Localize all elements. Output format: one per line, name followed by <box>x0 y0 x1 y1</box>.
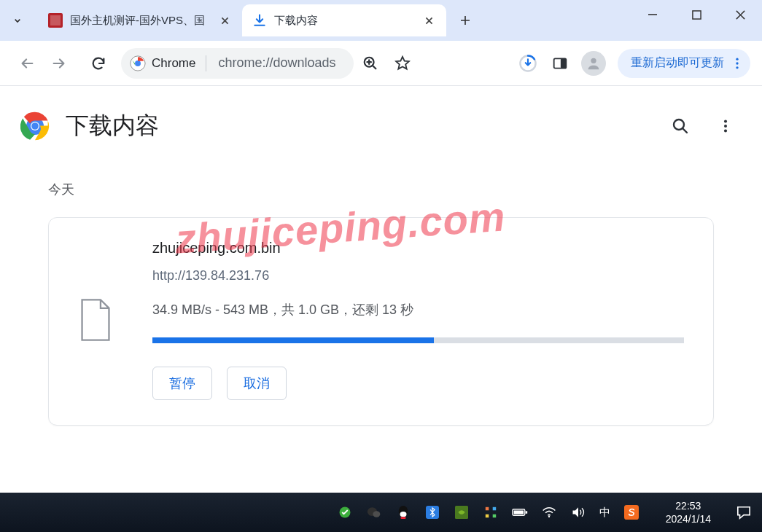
downloads-button[interactable] <box>513 48 543 79</box>
tab-downloads[interactable]: 下载内容 <box>242 4 446 36</box>
tray-wechat-icon[interactable] <box>366 504 382 520</box>
arrow-left-icon <box>19 55 35 71</box>
download-filename: zhujiceping.com.bin <box>152 240 684 257</box>
cancel-button[interactable]: 取消 <box>227 367 287 400</box>
maximize-icon <box>692 10 701 20</box>
update-label: 重新启动即可更新 <box>631 55 724 71</box>
tab-close-button[interactable] <box>421 13 436 28</box>
tab-close-button[interactable] <box>217 13 232 28</box>
svg-point-9 <box>736 62 738 64</box>
reload-icon <box>90 55 106 71</box>
search-downloads-button[interactable] <box>664 110 696 142</box>
chrome-logo-icon <box>20 112 50 141</box>
svg-rect-32 <box>525 511 527 513</box>
taskbar-clock[interactable]: 22:53 2024/1/14 <box>666 499 711 525</box>
tray-power-icon[interactable] <box>512 504 528 520</box>
svg-rect-28 <box>492 507 496 511</box>
zoom-button[interactable] <box>355 48 386 79</box>
download-icon <box>252 13 267 28</box>
clock-date: 2024/1/14 <box>666 512 711 525</box>
tab-title: 下载内容 <box>274 14 416 28</box>
windows-taskbar[interactable]: 中 22:53 2024/1/14 <box>0 493 762 532</box>
bookmark-button[interactable] <box>387 48 418 79</box>
kebab-icon[interactable] <box>730 56 744 71</box>
svg-rect-30 <box>492 515 496 518</box>
window-minimize-button[interactable] <box>631 0 674 29</box>
svg-point-10 <box>736 66 738 69</box>
forward-button[interactable] <box>44 48 74 79</box>
tray-ime-indicator[interactable]: 中 <box>599 504 610 520</box>
arrow-right-icon <box>51 55 67 71</box>
window-controls <box>631 0 762 41</box>
section-today-label: 今天 <box>0 166 762 204</box>
svg-point-7 <box>591 58 596 63</box>
taskbar-notifications-button[interactable] <box>736 504 752 520</box>
tab-search-button[interactable] <box>3 6 32 35</box>
download-url[interactable]: http://139.84.231.76 <box>152 268 684 283</box>
profile-avatar-button[interactable] <box>581 51 606 76</box>
download-progress-icon <box>518 54 537 73</box>
svg-point-21 <box>373 511 380 517</box>
window-close-button[interactable] <box>718 0 762 29</box>
clock-time: 22:53 <box>666 499 711 512</box>
favicon-zhujiceping <box>48 13 63 28</box>
svg-point-2 <box>135 60 141 66</box>
svg-point-8 <box>736 58 738 60</box>
side-panel-button[interactable] <box>545 48 575 79</box>
svg-point-34 <box>548 516 550 517</box>
file-icon <box>78 298 113 342</box>
svg-point-16 <box>724 120 727 123</box>
reload-button[interactable] <box>83 48 114 79</box>
download-status: 34.9 MB/s - 543 MB，共 1.0 GB，还剩 13 秒 <box>152 301 684 318</box>
page-header: 下载内容 <box>0 86 762 166</box>
chrome-icon <box>130 55 146 71</box>
download-progress-fill <box>152 337 434 343</box>
tray-volume-icon[interactable] <box>570 504 586 520</box>
system-tray: 中 22:53 2024/1/14 <box>337 499 752 525</box>
tab-title: 国外主机测评-国外VPS、国 <box>70 14 211 28</box>
close-icon <box>424 16 434 26</box>
pause-button[interactable]: 暂停 <box>152 367 212 400</box>
download-progress-bar <box>152 337 684 343</box>
tray-bluetooth-icon[interactable] <box>424 504 440 520</box>
close-icon <box>220 16 230 26</box>
close-icon <box>735 9 746 20</box>
star-icon <box>394 55 411 71</box>
chevron-down-icon <box>12 15 23 26</box>
tray-nvidia-icon[interactable] <box>454 504 470 520</box>
downloads-page: 下载内容 今天 zhujiceping.com.bin http://139.8… <box>0 86 762 493</box>
downloads-menu-button[interactable] <box>709 110 742 142</box>
page-title: 下载内容 <box>66 110 664 142</box>
tray-wifi-icon[interactable] <box>541 504 557 520</box>
svg-point-18 <box>724 129 727 132</box>
address-bar[interactable]: Chrome chrome://downloads <box>121 48 354 79</box>
svg-rect-24 <box>400 517 405 519</box>
svg-point-14 <box>31 122 39 130</box>
svg-rect-29 <box>486 515 489 518</box>
kebab-icon <box>718 118 734 134</box>
tab-zhujiceping[interactable]: 国外主机测评-国外VPS、国 <box>38 4 242 36</box>
download-card: zhujiceping.com.bin http://139.84.231.76… <box>48 217 714 426</box>
svg-point-23 <box>400 512 406 517</box>
svg-rect-33 <box>513 510 524 514</box>
svg-rect-6 <box>561 58 567 68</box>
svg-point-17 <box>724 125 727 128</box>
svg-rect-0 <box>692 10 700 18</box>
browser-toolbar: Chrome chrome://downloads 重新启动即可更新 <box>0 41 762 86</box>
update-relaunch-chip[interactable]: 重新启动即可更新 <box>618 49 750 78</box>
plus-icon <box>459 14 472 27</box>
search-icon <box>672 117 689 135</box>
window-maximize-button[interactable] <box>674 0 718 29</box>
tray-shield-icon[interactable] <box>337 504 353 520</box>
zoom-icon <box>362 55 378 71</box>
minimize-icon <box>648 9 658 20</box>
tray-sogou-icon[interactable] <box>623 504 639 520</box>
titlebar-tabstrip: 国外主机测评-国外VPS、国 下载内容 <box>0 0 762 41</box>
new-tab-button[interactable] <box>452 7 478 34</box>
tray-apps-icon[interactable] <box>483 504 499 520</box>
side-panel-icon <box>553 56 567 71</box>
svg-rect-27 <box>486 507 489 511</box>
tray-qq-icon[interactable] <box>395 504 411 520</box>
user-icon <box>586 55 602 71</box>
back-button[interactable] <box>12 48 42 79</box>
